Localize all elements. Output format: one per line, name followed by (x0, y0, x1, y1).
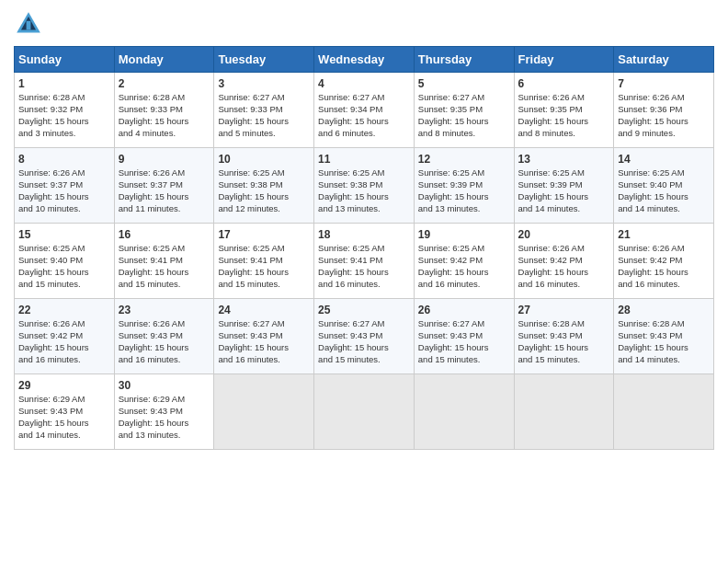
day-number: 24 (218, 303, 310, 317)
calendar-day-cell: 14Sunrise: 6:25 AMSunset: 9:40 PMDayligh… (614, 148, 714, 224)
day-info: Daylight: 15 hours (218, 191, 310, 203)
calendar-day-cell: 9Sunrise: 6:26 AMSunset: 9:37 PMDaylight… (114, 148, 214, 224)
day-number: 9 (119, 152, 210, 167)
day-info: Sunset: 9:41 PM (318, 255, 410, 267)
day-number: 18 (318, 227, 410, 242)
svg-rect-2 (27, 21, 31, 30)
day-info: Sunset: 9:36 PM (618, 104, 710, 116)
day-info: and 15 minutes. (18, 279, 110, 291)
day-info: Sunrise: 6:25 AM (218, 167, 310, 179)
day-info: and 4 minutes. (119, 128, 210, 140)
calendar-day-cell: 26Sunrise: 6:27 AMSunset: 9:43 PMDayligh… (414, 299, 514, 374)
day-number: 30 (119, 378, 210, 393)
day-number: 8 (18, 152, 110, 167)
day-info: Sunset: 9:33 PM (119, 104, 210, 116)
calendar-day-cell: 15Sunrise: 6:25 AMSunset: 9:40 PMDayligh… (15, 224, 115, 299)
day-number: 14 (618, 152, 710, 167)
day-info: Sunrise: 6:25 AM (418, 167, 510, 179)
day-info: Sunset: 9:38 PM (218, 179, 310, 191)
day-info: Sunrise: 6:27 AM (218, 318, 310, 330)
day-info: Daylight: 15 hours (318, 267, 410, 279)
day-number: 20 (518, 227, 610, 242)
day-info: Daylight: 15 hours (218, 267, 310, 279)
day-info: Sunrise: 6:27 AM (418, 92, 510, 104)
calendar-day-cell: 22Sunrise: 6:26 AMSunset: 9:42 PMDayligh… (15, 299, 115, 374)
day-info: and 14 minutes. (618, 203, 710, 215)
day-header: Thursday (414, 47, 514, 73)
day-info: Daylight: 15 hours (418, 267, 510, 279)
day-info: Daylight: 15 hours (18, 418, 110, 430)
day-info: Sunset: 9:33 PM (218, 104, 310, 116)
day-info: and 14 minutes. (518, 203, 610, 215)
day-info: Sunrise: 6:27 AM (218, 92, 310, 104)
day-info: Daylight: 15 hours (119, 191, 210, 203)
calendar-day-cell: 17Sunrise: 6:25 AMSunset: 9:41 PMDayligh… (214, 224, 314, 299)
day-info: Daylight: 15 hours (18, 116, 110, 128)
day-number: 19 (418, 227, 510, 242)
day-info: and 10 minutes. (18, 203, 110, 215)
day-info: and 16 minutes. (518, 279, 610, 291)
day-info: Sunrise: 6:29 AM (119, 394, 210, 406)
page: SundayMondayTuesdayWednesdayThursdayFrid… (0, 0, 728, 563)
day-info: Daylight: 15 hours (18, 342, 110, 354)
day-info: Daylight: 15 hours (618, 116, 710, 128)
day-info: Sunrise: 6:25 AM (618, 167, 710, 179)
day-number: 28 (618, 303, 710, 317)
day-number: 13 (518, 152, 610, 167)
day-info: Sunset: 9:41 PM (119, 255, 210, 267)
day-info: Daylight: 15 hours (119, 418, 210, 430)
day-info: Sunrise: 6:26 AM (618, 92, 710, 104)
calendar-day-cell: 5Sunrise: 6:27 AMSunset: 9:35 PMDaylight… (414, 73, 514, 148)
day-info: Sunset: 9:35 PM (518, 104, 610, 116)
day-info: and 15 minutes. (518, 354, 610, 366)
day-info: and 6 minutes. (318, 128, 410, 140)
day-info: and 5 minutes. (218, 128, 310, 140)
day-info: Sunrise: 6:25 AM (318, 243, 410, 255)
day-info: Sunset: 9:32 PM (18, 104, 110, 116)
day-number: 26 (418, 303, 510, 317)
day-number: 15 (18, 227, 110, 242)
day-info: and 13 minutes. (318, 203, 410, 215)
day-info: Sunrise: 6:25 AM (18, 243, 110, 255)
calendar-day-cell (414, 374, 514, 450)
calendar-day-cell: 13Sunrise: 6:25 AMSunset: 9:39 PMDayligh… (514, 148, 614, 224)
day-info: and 15 minutes. (119, 279, 210, 291)
calendar-day-cell: 19Sunrise: 6:25 AMSunset: 9:42 PMDayligh… (414, 224, 514, 299)
day-number: 22 (18, 303, 110, 317)
day-info: Sunset: 9:43 PM (218, 330, 310, 342)
day-info: Sunset: 9:35 PM (418, 104, 510, 116)
calendar-day-cell: 28Sunrise: 6:28 AMSunset: 9:43 PMDayligh… (614, 299, 714, 374)
day-info: Sunrise: 6:25 AM (119, 243, 210, 255)
day-info: and 13 minutes. (418, 203, 510, 215)
day-number: 11 (318, 152, 410, 167)
calendar-day-cell: 29Sunrise: 6:29 AMSunset: 9:43 PMDayligh… (15, 374, 115, 450)
day-number: 25 (318, 303, 410, 317)
day-info: Sunrise: 6:26 AM (119, 167, 210, 179)
day-info: Sunrise: 6:27 AM (318, 318, 410, 330)
day-info: Sunrise: 6:25 AM (218, 243, 310, 255)
day-number: 17 (218, 227, 310, 242)
day-header: Saturday (614, 47, 714, 73)
day-info: and 16 minutes. (18, 354, 110, 366)
day-info: and 3 minutes. (18, 128, 110, 140)
day-header: Sunday (15, 47, 115, 73)
day-info: and 8 minutes. (418, 128, 510, 140)
day-info: Daylight: 15 hours (318, 342, 410, 354)
calendar-week-row: 1Sunrise: 6:28 AMSunset: 9:32 PMDaylight… (15, 73, 714, 148)
day-info: Sunset: 9:43 PM (518, 330, 610, 342)
calendar-day-cell: 27Sunrise: 6:28 AMSunset: 9:43 PMDayligh… (514, 299, 614, 374)
day-info: Sunset: 9:39 PM (418, 179, 510, 191)
day-number: 16 (119, 227, 210, 242)
calendar-day-cell: 18Sunrise: 6:25 AMSunset: 9:41 PMDayligh… (314, 224, 415, 299)
day-info: Sunset: 9:40 PM (618, 179, 710, 191)
calendar-day-cell: 2Sunrise: 6:28 AMSunset: 9:33 PMDaylight… (114, 73, 214, 148)
day-info: Sunrise: 6:28 AM (18, 92, 110, 104)
day-info: Sunset: 9:43 PM (18, 406, 110, 418)
day-number: 29 (18, 378, 110, 393)
calendar-day-cell: 24Sunrise: 6:27 AMSunset: 9:43 PMDayligh… (214, 299, 314, 374)
day-number: 6 (518, 76, 610, 91)
day-info: Sunrise: 6:28 AM (518, 318, 610, 330)
day-info: Daylight: 15 hours (418, 191, 510, 203)
day-info: Sunrise: 6:25 AM (318, 167, 410, 179)
day-info: Sunrise: 6:26 AM (18, 167, 110, 179)
